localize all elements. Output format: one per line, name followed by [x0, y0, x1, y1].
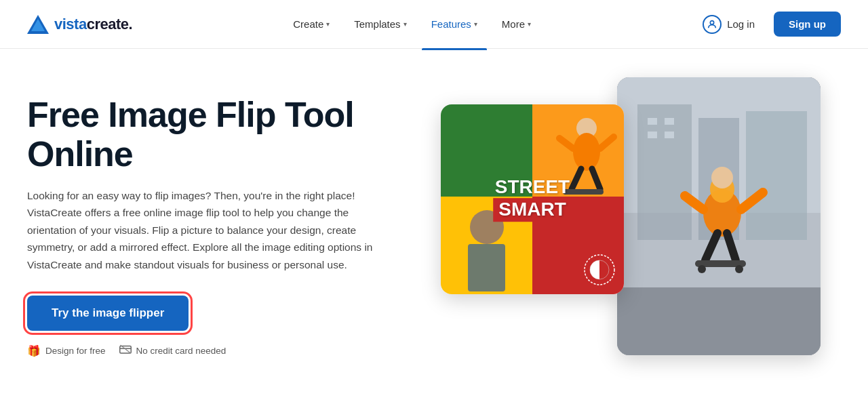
user-icon — [703, 15, 722, 34]
street-smart-text: STREET SMART — [493, 177, 572, 222]
no-credit-card-icon — [119, 344, 132, 357]
hero-title: Free Image Flip Tool Online — [27, 96, 407, 173]
nav-item-more[interactable]: More ▾ — [492, 13, 540, 35]
chevron-down-icon: ▾ — [403, 20, 407, 28]
header-actions: Log in Sign up — [692, 9, 841, 39]
chevron-down-icon: ▾ — [528, 20, 531, 28]
badge-circle — [583, 254, 616, 286]
svg-rect-14 — [665, 132, 674, 138]
nav-item-features[interactable]: Features ▾ — [422, 13, 487, 35]
svg-point-25 — [735, 265, 743, 273]
svg-point-24 — [698, 265, 706, 273]
hero-description: Looking for an easy way to flip images? … — [27, 187, 380, 274]
nav-item-templates[interactable]: Templates ▾ — [344, 13, 416, 35]
badges: 🎁 Design for free No credit card needed — [27, 344, 407, 357]
cta-button[interactable]: Try the image flipper — [27, 296, 189, 331]
signup-button[interactable]: Sign up — [774, 12, 841, 37]
nav-item-create[interactable]: Create ▾ — [283, 13, 339, 35]
collage-content: STREET SMART — [441, 104, 624, 294]
hero-content: Free Image Flip Tool Online Looking for … — [27, 96, 407, 357]
badge-design: 🎁 Design for free — [27, 344, 106, 357]
logo-text: vistacreate. — [54, 16, 132, 33]
login-button[interactable]: Log in — [692, 9, 766, 39]
logo[interactable]: vistacreate. — [27, 15, 132, 34]
collage-card: STREET SMART — [441, 104, 624, 294]
skater-background — [617, 77, 821, 355]
chevron-down-icon: ▾ — [326, 20, 330, 28]
svg-rect-12 — [665, 118, 674, 125]
svg-rect-36 — [468, 244, 505, 291]
chevron-down-icon: ▾ — [474, 20, 477, 28]
svg-point-2 — [710, 20, 713, 24]
svg-rect-13 — [648, 132, 657, 138]
badge-no-card: No credit card needed — [119, 344, 226, 357]
svg-rect-11 — [648, 118, 657, 125]
logo-icon — [27, 15, 49, 34]
skater-illustration — [617, 77, 821, 355]
image-container: STREET SMART — [441, 70, 834, 382]
circle-badge — [583, 254, 616, 286]
gift-icon: 🎁 — [27, 344, 41, 357]
svg-rect-10 — [746, 111, 807, 240]
svg-point-18 — [711, 167, 733, 188]
svg-point-28 — [573, 133, 600, 171]
svg-rect-15 — [617, 287, 821, 355]
skater-card — [617, 77, 821, 355]
hero-images: STREET SMART — [434, 49, 841, 404]
main-nav: Create ▾ Templates ▾ Features ▾ More ▾ — [283, 13, 540, 35]
